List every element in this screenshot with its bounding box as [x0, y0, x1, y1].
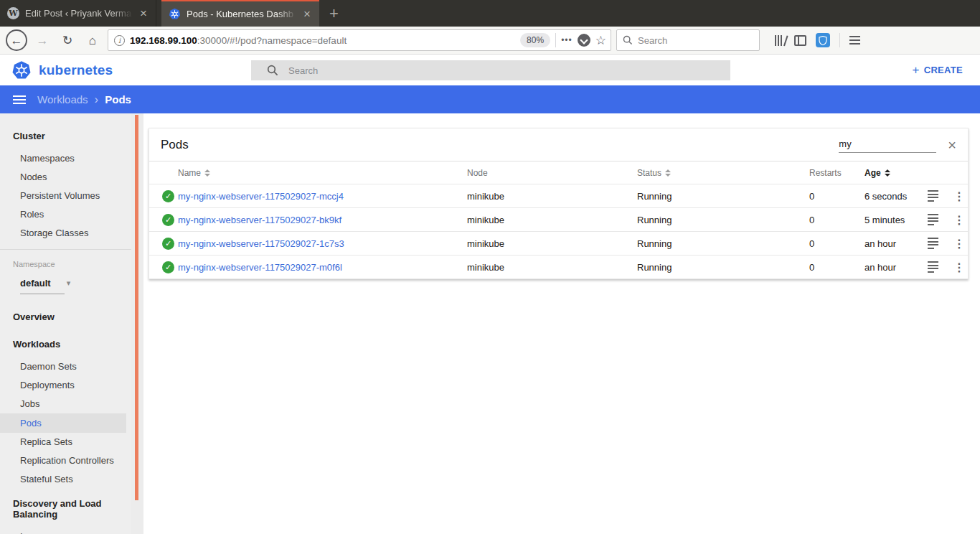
url-text[interactable]: 192.168.99.100:30000/#!/pod?namespace=de…: [130, 35, 515, 46]
sort-icon[interactable]: [204, 169, 210, 177]
browser-search-box[interactable]: [616, 29, 760, 51]
pod-name-link[interactable]: my-nginx-webserver-1175029027-mccj4: [178, 191, 467, 202]
sidebar-scrollbar-thumb[interactable]: [135, 115, 138, 500]
namespace-value: default: [20, 278, 51, 289]
sidebar-header-discovery[interactable]: Discovery and Load Balancing: [0, 498, 131, 520]
browser-tab-bar: W Edit Post ‹ Priyank Verma × Pods - Kub…: [0, 0, 980, 27]
status-ok-icon: ✓: [162, 190, 174, 202]
home-button[interactable]: ⌂: [83, 30, 103, 50]
column-header-name[interactable]: Name: [178, 168, 467, 178]
sidebar-header-overview[interactable]: Overview: [0, 312, 131, 322]
bitwarden-extension-icon[interactable]: [816, 33, 830, 47]
sidebar-header-workloads[interactable]: Workloads: [0, 339, 131, 350]
nav-drawer-toggle-icon[interactable]: [13, 95, 26, 104]
tab-edit-post[interactable]: W Edit Post ‹ Priyank Verma ×: [0, 0, 156, 27]
pod-name-link[interactable]: my-nginx-webserver-1175029027-m0f6l: [178, 262, 467, 273]
sidebar-scrollbar-track[interactable]: [131, 113, 143, 534]
menu-icon[interactable]: [849, 36, 860, 44]
logs-icon[interactable]: [928, 214, 951, 225]
logs-icon[interactable]: [928, 190, 951, 202]
forward-button[interactable]: →: [32, 30, 52, 50]
plus-icon: +: [912, 63, 919, 78]
logs-icon[interactable]: [928, 238, 951, 249]
sidebar-item-stateful-sets[interactable]: Stateful Sets: [0, 474, 131, 484]
kebab-menu-icon[interactable]: ⋮: [951, 213, 968, 227]
kebab-menu-icon[interactable]: ⋮: [951, 237, 968, 250]
column-header-node[interactable]: Node: [467, 168, 637, 178]
toolbar-right-icons: [775, 33, 860, 47]
close-icon[interactable]: ×: [138, 7, 149, 19]
table-header-row: Name Node Status Restarts Age: [149, 161, 968, 184]
breadcrumb-parent[interactable]: Workloads: [37, 93, 88, 106]
page-actions-icon[interactable]: •••: [561, 35, 573, 45]
cell-status: Running: [637, 238, 809, 249]
logs-icon[interactable]: [928, 261, 951, 273]
column-header-age[interactable]: Age: [864, 168, 922, 178]
back-button[interactable]: ←: [6, 29, 27, 51]
namespace-selector[interactable]: default ▾: [0, 278, 131, 289]
kubernetes-brand[interactable]: kubernetes: [11, 60, 113, 80]
sidebar-toggle-icon[interactable]: [794, 35, 806, 46]
sidebar-item-nodes[interactable]: Nodes: [0, 172, 131, 182]
zoom-level-badge[interactable]: 80%: [520, 33, 550, 47]
kebab-menu-icon[interactable]: ⋮: [951, 261, 968, 274]
new-tab-button[interactable]: +: [319, 0, 349, 27]
sidebar-item-replica-sets[interactable]: Replica Sets: [0, 437, 131, 446]
sidebar-item-persistent-volumes[interactable]: Persistent Volumes: [0, 191, 131, 200]
library-icon[interactable]: [775, 35, 785, 46]
filter-input[interactable]: [839, 137, 936, 153]
status-ok-icon: ✓: [162, 238, 174, 250]
close-icon[interactable]: ×: [302, 8, 312, 20]
pod-name-link[interactable]: my-nginx-webserver-1175029027-1c7s3: [178, 238, 467, 249]
browser-search-input[interactable]: [638, 35, 731, 46]
table-row: ✓ my-nginx-webserver-1175029027-1c7s3 mi…: [149, 231, 968, 255]
url-host: 192.168.99.100: [130, 35, 197, 46]
sidebar-header-cluster[interactable]: Cluster: [0, 131, 131, 141]
create-button-label: CREATE: [924, 65, 963, 75]
status-ok-icon: ✓: [162, 261, 174, 273]
content-area: Cluster Namespaces Nodes Persistent Volu…: [0, 113, 980, 534]
table-row: ✓ my-nginx-webserver-1175029027-m0f6l mi…: [149, 255, 968, 278]
url-bar[interactable]: i 192.168.99.100:30000/#!/pod?namespace=…: [108, 29, 611, 51]
bookmark-star-icon[interactable]: ☆: [595, 33, 606, 48]
sidebar-item-pods[interactable]: Pods: [0, 413, 126, 433]
site-info-icon[interactable]: i: [114, 35, 125, 46]
main-panel: Pods × Name Node Status Restarts: [143, 113, 980, 534]
brand-wordmark: kubernetes: [39, 62, 113, 78]
sidebar-item-daemon-sets[interactable]: Daemon Sets: [0, 362, 131, 371]
column-header-status[interactable]: Status: [637, 168, 809, 178]
clear-filter-icon[interactable]: ×: [948, 139, 956, 151]
column-header-restarts[interactable]: Restarts: [809, 168, 864, 178]
sidebar-item-jobs[interactable]: Jobs: [0, 399, 131, 408]
kubernetes-logo-icon: [11, 60, 32, 80]
pocket-icon[interactable]: [578, 34, 590, 47]
dashboard-search-input[interactable]: [288, 65, 647, 76]
sidebar-item-storage-classes[interactable]: Storage Classes: [0, 228, 131, 238]
dashboard-search-bar[interactable]: [251, 60, 730, 80]
divider: [555, 33, 556, 47]
card-title-row: Pods ×: [149, 128, 968, 161]
sidebar-item-namespaces[interactable]: Namespaces: [0, 154, 131, 163]
divider: [839, 33, 840, 47]
cell-restarts: 0: [809, 191, 864, 202]
breadcrumb-current: Pods: [105, 93, 131, 106]
cell-age: 5 minutes: [864, 215, 922, 225]
sidebar-item-roles[interactable]: Roles: [0, 210, 131, 219]
sort-icon-active[interactable]: [885, 169, 890, 177]
tab-kubernetes-dashboard[interactable]: Pods - Kubernetes Dashb ×: [161, 0, 319, 27]
refresh-button[interactable]: ↻: [57, 30, 77, 50]
cell-node: minikube: [467, 262, 637, 273]
cell-node: minikube: [467, 238, 637, 249]
divider: [0, 249, 131, 250]
cell-restarts: 0: [809, 262, 864, 273]
pod-name-link[interactable]: my-nginx-webserver-1175029027-bk9kf: [178, 215, 467, 225]
namespace-label: Namespace: [0, 260, 131, 268]
sidebar-item-replication-controllers[interactable]: Replication Controllers: [0, 456, 131, 465]
tab-title: Pods - Kubernetes Dashb: [187, 9, 296, 19]
create-button[interactable]: + CREATE: [912, 63, 963, 78]
kebab-menu-icon[interactable]: ⋮: [951, 189, 968, 203]
cell-age: an hour: [864, 262, 922, 273]
sort-icon[interactable]: [665, 169, 671, 177]
sidebar-item-deployments[interactable]: Deployments: [0, 380, 131, 390]
cell-age: 6 seconds: [864, 191, 922, 202]
